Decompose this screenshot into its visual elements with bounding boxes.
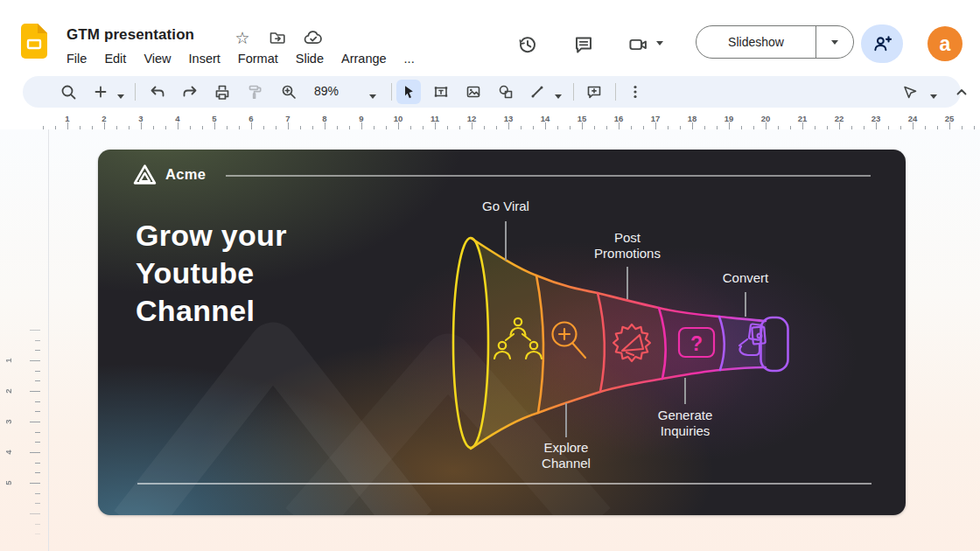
ruler-tick [876, 122, 877, 129]
zoom-level-value[interactable]: 89% [314, 84, 339, 98]
ruler-number: 3 [2, 415, 14, 428]
ruler-tick [30, 391, 40, 392]
ruler-tick [35, 472, 40, 473]
text-box-tool[interactable] [429, 80, 453, 104]
ruler-tick [545, 122, 546, 129]
ruler-tick [361, 122, 362, 129]
ruler-tick [35, 442, 40, 443]
menu-view[interactable]: View [135, 49, 179, 68]
toolbar-separator [615, 83, 616, 101]
insert-shape-tool[interactable] [494, 80, 518, 104]
ruler-number: 5 [2, 477, 14, 489]
toolbar-separator [573, 83, 574, 101]
slideshow-dropdown[interactable] [816, 40, 853, 45]
menu-file[interactable]: File [58, 49, 95, 68]
zoom-icon[interactable] [276, 80, 301, 104]
paint-format-icon[interactable] [242, 80, 267, 104]
ruler-border [48, 129, 49, 551]
zoom-dropdown-caret[interactable] [369, 87, 376, 102]
document-title[interactable]: GTM presentation [66, 26, 194, 44]
slides-logo-icon[interactable] [21, 24, 47, 59]
select-tool[interactable] [396, 80, 421, 104]
ruler-tick [35, 534, 40, 534]
ruler-tick [472, 122, 472, 129]
ruler-tick [35, 380, 40, 381]
funnel-label-connector [684, 378, 686, 404]
star-icon[interactable]: ☆ [232, 27, 253, 48]
menu-[interactable]: ... [396, 49, 424, 68]
ruler-tick [949, 122, 950, 129]
ruler-tick [35, 463, 40, 464]
version-history-icon[interactable] [514, 31, 541, 58]
funnel-stage-label[interactable]: Generate Inquiries [640, 408, 731, 439]
line-dropdown-caret[interactable] [555, 87, 562, 102]
ruler-tick [729, 122, 730, 129]
ruler-tick [30, 483, 40, 484]
svg-text:?: ? [690, 332, 703, 355]
menu-slide[interactable]: Slide [287, 49, 332, 68]
ruler-tick [35, 524, 40, 525]
ruler-number: 4 [2, 446, 14, 458]
move-folder-icon[interactable] [267, 27, 288, 48]
search-menus-icon[interactable] [56, 80, 80, 104]
funnel-stage-label[interactable]: Post Promotions [586, 230, 669, 262]
camera-dropdown-caret[interactable] [656, 41, 663, 45]
insert-image-tool[interactable] [461, 80, 486, 104]
ruler-tick [508, 122, 509, 129]
insert-line-tool[interactable] [525, 80, 550, 104]
vertical-ruler[interactable]: 12345 [0, 129, 48, 551]
header-rule [226, 175, 871, 177]
ruler-tick [582, 122, 583, 129]
menu-arrange[interactable]: Arrange [332, 49, 396, 68]
undo-icon[interactable] [145, 80, 170, 104]
ruler-tick [30, 360, 40, 361]
ruler-tick [398, 122, 399, 129]
funnel-label-connector [626, 267, 628, 299]
new-slide-caret[interactable] [117, 87, 124, 102]
slide[interactable]: ? Acme Grow your Youtube Channel Go Vira… [98, 150, 906, 515]
share-button[interactable] [861, 24, 903, 63]
ruler-tick [35, 350, 40, 351]
ruler-tick [35, 503, 40, 504]
new-slide-button[interactable] [88, 80, 113, 104]
menu-edit[interactable]: Edit [95, 49, 135, 68]
ruler-tick [214, 122, 215, 129]
print-icon[interactable] [210, 80, 234, 104]
funnel-stage-label[interactable]: Go Viral [449, 199, 563, 214]
ruler-tick [30, 513, 40, 514]
cloud-status-icon[interactable] [302, 27, 323, 48]
comment-history-icon[interactable] [570, 31, 597, 58]
ruler-tick [104, 122, 105, 129]
ruler-tick [655, 122, 656, 129]
redo-icon[interactable] [178, 80, 202, 104]
toolbar: 89% [23, 76, 961, 108]
more-options-icon[interactable] [623, 80, 648, 104]
slide-title[interactable]: Grow your Youtube Channel [136, 217, 287, 330]
ruler-tick [141, 122, 142, 129]
laser-dropdown-caret[interactable] [930, 87, 937, 102]
google-slides-app: GTM presentation ☆ FileEditViewInsertFor… [0, 0, 980, 551]
horizontal-ruler[interactable]: 1234567891011121314151617181920212223242… [0, 114, 980, 129]
add-comment-icon[interactable] [582, 80, 606, 104]
ruler-tick [435, 122, 436, 129]
slideshow-button[interactable]: Slideshow [696, 25, 854, 59]
ruler-tick [35, 340, 40, 341]
ruler-number: 1 [2, 354, 14, 366]
ruler-tick [766, 122, 766, 129]
menu-insert[interactable]: Insert [180, 49, 229, 68]
ruler-tick [251, 122, 252, 129]
account-avatar[interactable]: a [928, 26, 962, 61]
menu-format[interactable]: Format [229, 49, 287, 68]
acme-logo-icon [133, 164, 157, 185]
funnel-label-connector [505, 221, 507, 261]
laser-pointer-icon[interactable] [898, 80, 922, 104]
ruler-tick [67, 122, 68, 129]
ruler-tick [30, 330, 40, 331]
funnel-stage-label[interactable]: Convert [702, 270, 789, 286]
funnel-stage-label[interactable]: Explore Channel [526, 440, 606, 471]
slideshow-label: Slideshow [696, 35, 816, 49]
join-call-camera-icon[interactable] [625, 31, 651, 58]
ruler-tick [839, 122, 840, 129]
ruler-tick [30, 452, 40, 453]
collapse-toolbar-icon[interactable] [949, 80, 974, 104]
